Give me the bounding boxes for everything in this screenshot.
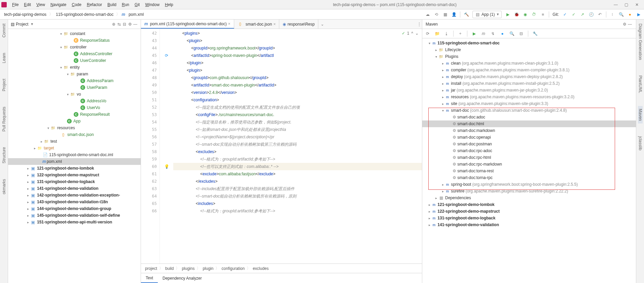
maven-goal[interactable]: ⚙ smart-doc:rpc-markdown	[422, 161, 636, 168]
maven-goal[interactable]: ⚙ smart-doc:adoc	[422, 114, 636, 120]
maven-goal[interactable]: ⚙ smart-doc:openapi	[422, 134, 636, 141]
maven-plugin[interactable]: ▸m install (org.apache.maven.plugins:mav…	[422, 80, 636, 87]
maven-module[interactable]: ▸m 141-springboot-demo-validation	[422, 221, 636, 228]
menu-help[interactable]: Help	[162, 1, 176, 8]
git-commit-icon[interactable]: ✓	[571, 12, 576, 17]
wrench-icon[interactable]: 🔧	[532, 31, 538, 36]
crumb[interactable]: build	[165, 266, 174, 271]
tool-diagram-generation[interactable]: Diagram Generation	[638, 21, 643, 63]
crumb[interactable]: excludes	[253, 266, 269, 271]
maven-module[interactable]: ▸m 122-springboot-demo-mapstruct	[422, 208, 636, 215]
collapse-all-icon[interactable]: ⊟	[122, 22, 127, 27]
maven-plugin[interactable]: ▸m spring-boot (org.springframework.boot…	[422, 181, 636, 188]
maven-goal[interactable]: ⚙ smart-doc:postman	[422, 141, 636, 147]
code-editor[interactable]: <plugins> <plugin> <groupId>org.springfr…	[173, 29, 422, 263]
maven-plugin[interactable]: ▸m clean (org.apache.maven.plugins:maven…	[422, 60, 636, 67]
maven-plugin[interactable]: ▸m site (org.apache.maven.plugins:maven-…	[422, 100, 636, 107]
down-icon[interactable]: ⌄	[415, 31, 419, 36]
menu-navigate[interactable]: Navigate	[48, 1, 69, 8]
reload-icon[interactable]: ⟳	[425, 31, 430, 36]
tree-file-pom[interactable]: mpom.xml	[8, 158, 141, 165]
tree-class[interactable]: UserVo	[8, 104, 141, 111]
tree-class[interactable]: AddressParam	[8, 77, 141, 84]
sync-icon[interactable]: ⟲	[434, 12, 439, 17]
tree-file-iml[interactable]: 📄115-springboot-demo-smart-doc.iml	[8, 151, 141, 158]
menu-window[interactable]: Window	[142, 1, 162, 8]
expand-icon[interactable]: ⇆	[116, 22, 122, 27]
tool-learn[interactable]: Learn	[2, 50, 6, 66]
maven-goal[interactable]: ⚙ smart-doc:rpc-adoc	[422, 147, 636, 154]
hide-icon[interactable]: —	[133, 22, 138, 27]
tree-folder-param[interactable]: ▾param	[8, 71, 141, 77]
tree-class[interactable]: ResponseStatus	[8, 37, 141, 44]
settings-icon[interactable]: ⚙	[127, 22, 133, 27]
menu-view[interactable]: View	[34, 1, 48, 8]
tree-module[interactable]: ▸144-springboot-demo-validation-group	[8, 205, 141, 212]
rerun-icon[interactable]: ⟳	[165, 53, 168, 58]
maven-plugin[interactable]: ▸m resources (org.apache.maven.plugins:m…	[422, 94, 636, 100]
settings-icon[interactable]: ⚙	[622, 22, 627, 27]
maven-plugin-smartdoc[interactable]: ▾m smart-doc (com.github.shalousun:smart…	[422, 107, 636, 114]
tree-class[interactable]: App	[8, 118, 141, 125]
maven-goal-html[interactable]: ⚙ smart-doc:html	[422, 120, 636, 127]
tree-class[interactable]: AddressVo	[8, 98, 141, 104]
close-tab-icon[interactable]: ×	[273, 22, 276, 27]
add-icon[interactable]: ＋	[458, 31, 463, 36]
run-config-selector[interactable]: ▤ App (1) ▼	[472, 11, 502, 18]
crumb-module[interactable]: 115-springboot-demo-smart-doc	[55, 11, 115, 17]
chevron-down-icon[interactable]: ▼	[30, 22, 34, 26]
menu-run[interactable]: Run	[119, 1, 132, 8]
tree-module[interactable]: ▸141-springboot-demo-validation	[8, 185, 141, 192]
tool-jclasslib[interactable]: jclasslib	[638, 134, 643, 153]
maven-goal[interactable]: ⚙ smart-doc:torna-rest	[422, 168, 636, 174]
close-tab-icon[interactable]: ×	[228, 22, 230, 26]
tree-folder-target[interactable]: ▸target	[8, 145, 141, 151]
maven-goal[interactable]: ⚙ smart-doc:rpc-html	[422, 154, 636, 161]
tool-bookmarks[interactable]: okmarks	[2, 176, 6, 197]
maven-root[interactable]: ▾m 115-springboot-demo-smart-doc	[422, 40, 636, 46]
tree-class[interactable]: ResponseResult	[8, 111, 141, 118]
tree-module[interactable]: ▸145-springboot-demo-validation-self-def…	[8, 212, 141, 219]
tab-dependency-analyzer[interactable]: Dependency Analyzer	[158, 273, 207, 283]
tree-class[interactable]: AddressController	[8, 50, 141, 57]
tab-list-icon[interactable]: ⋮	[417, 22, 422, 27]
tab-pom[interactable]: mpom.xml (115-springboot-demo-smart-doc)…	[141, 20, 234, 29]
tree-folder-resources[interactable]: ▾resources	[8, 125, 141, 131]
boxes-icon[interactable]: ▦	[442, 12, 448, 17]
maven-tree[interactable]: ▾m 115-springboot-demo-smart-doc ▸Lifecy…	[422, 38, 636, 283]
generate-sources-icon[interactable]: 📁	[434, 31, 440, 36]
maven-plugin[interactable]: ▸m surefire (org.apache.maven.plugins:ma…	[422, 188, 636, 194]
maven-lifecycle[interactable]: ▸Lifecycle	[422, 46, 636, 53]
maven-plugin[interactable]: ▸m deploy (org.apache.maven.plugins:mave…	[422, 73, 636, 80]
run-icon[interactable]: ▶	[505, 12, 510, 17]
tool-structure[interactable]: Structure	[2, 144, 6, 166]
tree-folder-test[interactable]: ▸test	[8, 138, 141, 145]
offline-icon[interactable]: ●	[500, 31, 505, 36]
debug-icon[interactable]: 🐞	[514, 12, 519, 17]
tool-plantuml[interactable]: PlantUML	[638, 73, 643, 96]
maven-module[interactable]: ▸m 121-springboot-demo-lombok	[422, 201, 636, 208]
collapse-icon[interactable]: ⊟	[518, 31, 524, 36]
project-title[interactable]: Project	[16, 22, 28, 27]
search-icon[interactable]: 🔍	[618, 12, 624, 17]
ide-feature-icon[interactable]: ▶	[636, 12, 641, 17]
crumb[interactable]: configuration	[221, 266, 245, 271]
crumb[interactable]: plugin	[203, 266, 213, 271]
user-icon[interactable]: 👤	[451, 12, 457, 17]
maven-module[interactable]: ▸m 131-springboot-demo-logback	[422, 215, 636, 221]
tree-folder-vo[interactable]: ▾vo	[8, 91, 141, 98]
maven-goal[interactable]: ⚙ smart-doc:markdown	[422, 127, 636, 134]
bulb-icon[interactable]: 💡	[164, 164, 169, 169]
menu-refactor[interactable]: Refactor	[84, 1, 105, 8]
maximize-icon[interactable]: ▢	[624, 2, 629, 7]
editor-body[interactable]: ✓1 ^ ⌄ 424344454647484950515253545556575…	[141, 29, 422, 263]
execute-icon[interactable]: m	[481, 31, 486, 36]
profile-icon[interactable]: ⏱	[531, 12, 537, 17]
tree-module[interactable]: ▸143-springboot-demo-validation-i18n	[8, 199, 141, 205]
menu-edit[interactable]: Edit	[21, 1, 34, 8]
menu-git[interactable]: Git	[132, 1, 142, 8]
tree-module[interactable]: ▸142-springboot-demo-validation-exceptio…	[8, 192, 141, 199]
menu-build[interactable]: Build	[105, 1, 119, 8]
crumb[interactable]: project	[145, 266, 157, 271]
maven-dependencies[interactable]: ▸Dependencies	[422, 194, 636, 201]
